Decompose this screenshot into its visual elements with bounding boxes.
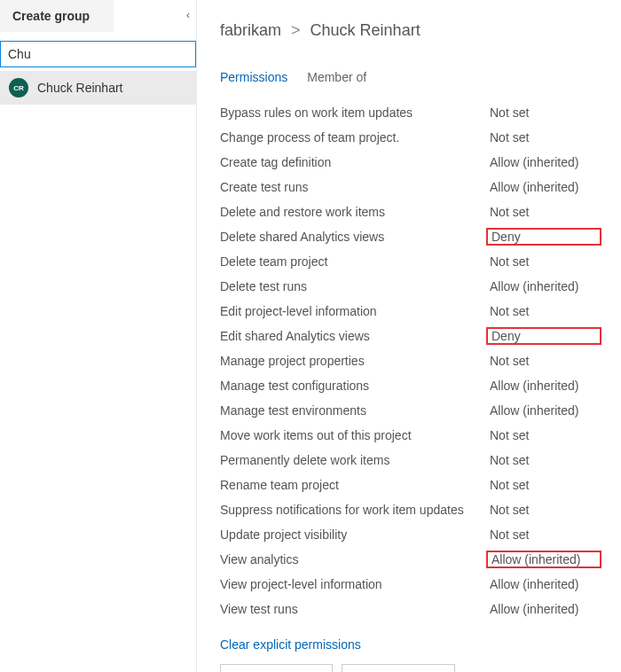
avatar: CR [9, 78, 28, 98]
permission-row: Delete shared Analytics viewsDeny [220, 224, 601, 249]
permission-row: Suppress notifications for work item upd… [220, 497, 601, 522]
permission-label: Delete test runs [220, 279, 486, 293]
permission-row: Delete test runsAllow (inherited) [220, 274, 601, 299]
permission-label: Update project visibility [220, 527, 486, 542]
collapse-icon[interactable]: ‹ [186, 9, 190, 21]
permission-value[interactable]: Not set [486, 203, 601, 221]
tab-member-of[interactable]: Member of [307, 70, 366, 84]
permissions-list: Bypass rules on work item updatesNot set… [220, 100, 601, 621]
button-row: Save changes Undo changes [220, 664, 601, 672]
permission-row: Manage test environmentsAllow (inherited… [220, 398, 601, 423]
permission-label: View analytics [220, 552, 486, 567]
tabs: Permissions Member of [220, 70, 601, 84]
permission-value[interactable]: Allow (inherited) [486, 178, 601, 196]
tab-permissions[interactable]: Permissions [220, 70, 287, 84]
search-input[interactable] [0, 41, 196, 67]
permission-label: Create tag definition [220, 155, 486, 169]
permission-value[interactable]: Not set [486, 129, 601, 146]
create-group-button[interactable]: Create group [0, 0, 114, 32]
permission-value[interactable]: Allow (inherited) [486, 377, 601, 395]
permission-row: Manage project propertiesNot set [220, 348, 601, 373]
permission-value[interactable]: Allow (inherited) [486, 153, 601, 171]
permission-value[interactable]: Allow (inherited) [486, 402, 601, 419]
permission-label: Edit project-level information [220, 304, 486, 318]
permission-value[interactable]: Not set [486, 253, 601, 270]
permission-label: Delete and restore work items [220, 205, 486, 219]
permission-value[interactable]: Not set [486, 352, 601, 370]
permission-value[interactable]: Allow (inherited) [486, 551, 601, 568]
save-button[interactable]: Save changes [220, 664, 333, 672]
create-group-label: Create group [12, 9, 90, 23]
permission-value[interactable]: Deny [486, 327, 601, 345]
permission-value[interactable]: Not set [486, 501, 601, 519]
permission-label: View test runs [220, 602, 486, 616]
permission-label: Delete team project [220, 254, 486, 269]
user-list-item[interactable]: CR Chuck Reinhart [0, 71, 196, 105]
user-name: Chuck Reinhart [37, 81, 123, 95]
permission-label: Rename team project [220, 478, 486, 492]
permission-row: Rename team projectNot set [220, 473, 601, 497]
permission-value[interactable]: Not set [486, 476, 601, 494]
permission-label: Permanently delete work items [220, 453, 486, 467]
permission-value[interactable]: Allow (inherited) [486, 600, 601, 618]
permission-value[interactable]: Not set [486, 104, 601, 121]
permission-label: Create test runs [220, 180, 486, 194]
permission-row: Bypass rules on work item updatesNot set [220, 100, 601, 125]
permission-value[interactable]: Not set [486, 426, 601, 444]
user-list: CR Chuck Reinhart [0, 71, 196, 105]
permission-label: Manage test environments [220, 403, 486, 418]
breadcrumb-separator: > [291, 21, 301, 39]
permission-value[interactable]: Not set [486, 302, 601, 320]
breadcrumb-user: Chuck Reinhart [310, 21, 421, 39]
permission-value[interactable]: Allow (inherited) [486, 277, 601, 295]
permission-label: Manage project properties [220, 354, 486, 368]
permission-label: Change process of team project. [220, 130, 486, 145]
permission-row: View test runsAllow (inherited) [220, 597, 601, 621]
permission-label: Edit shared Analytics views [220, 329, 486, 343]
permission-value[interactable]: Not set [486, 451, 601, 469]
permission-row: Manage test configurationsAllow (inherit… [220, 373, 601, 398]
permission-label: Delete shared Analytics views [220, 230, 486, 244]
permission-value[interactable]: Not set [486, 526, 601, 543]
permission-row: Edit project-level informationNot set [220, 299, 601, 324]
undo-button[interactable]: Undo changes [342, 664, 455, 672]
permission-row: View analyticsAllow (inherited) [220, 547, 601, 572]
breadcrumb-org[interactable]: fabrikam [220, 21, 281, 39]
permission-label: Suppress notifications for work item upd… [220, 503, 486, 517]
permission-row: Update project visibilityNot set [220, 522, 601, 547]
permission-value[interactable]: Deny [486, 228, 601, 246]
permission-row: Delete team projectNot set [220, 249, 601, 274]
left-panel: Create group ‹ CR Chuck Reinhart [0, 0, 197, 672]
permission-row: Move work items out of this projectNot s… [220, 423, 601, 448]
permission-row: Delete and restore work itemsNot set [220, 199, 601, 224]
permission-row: Create tag definitionAllow (inherited) [220, 150, 601, 175]
permission-row: Permanently delete work itemsNot set [220, 448, 601, 473]
permission-row: View project-level informationAllow (inh… [220, 572, 601, 597]
permission-label: Bypass rules on work item updates [220, 105, 486, 120]
permission-label: View project-level information [220, 577, 486, 591]
permission-row: Change process of team project.Not set [220, 125, 601, 150]
permission-row: Edit shared Analytics viewsDeny [220, 324, 601, 348]
breadcrumb: fabrikam > Chuck Reinhart [220, 21, 601, 40]
permission-row: Create test runsAllow (inherited) [220, 175, 601, 199]
permission-value[interactable]: Allow (inherited) [486, 575, 601, 593]
right-panel: fabrikam > Chuck Reinhart Permissions Me… [197, 0, 621, 672]
permission-label: Manage test configurations [220, 379, 486, 393]
permission-label: Move work items out of this project [220, 428, 486, 442]
clear-permissions-link[interactable]: Clear explicit permissions [220, 637, 361, 652]
